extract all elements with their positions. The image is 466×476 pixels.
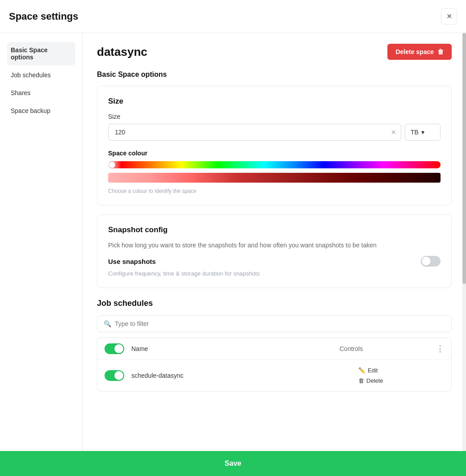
- table-header-row: Name Controls ⋮: [97, 338, 451, 360]
- more-options-icon[interactable]: ⋮: [436, 344, 444, 354]
- colour-rainbow-bar[interactable]: [108, 161, 441, 168]
- delete-label: Delete: [366, 377, 383, 384]
- clear-icon[interactable]: ✕: [391, 129, 396, 136]
- use-snapshots-toggle[interactable]: [421, 256, 441, 267]
- row-toggle[interactable]: [105, 370, 124, 381]
- snapshot-card: Snapshot config Pick how long you want t…: [97, 214, 452, 288]
- size-card-heading: Size: [108, 97, 441, 106]
- job-schedules-section: Job schedules 🔍 Name Controls ⋮: [97, 299, 452, 392]
- content-header: datasync Delete space 🗑: [97, 44, 452, 60]
- header: Space settings ✕: [0, 0, 466, 33]
- row-toggle-knob: [114, 371, 123, 380]
- colour-thumb[interactable]: [109, 162, 115, 168]
- save-bar[interactable]: Save: [0, 451, 466, 476]
- job-schedules-title: Job schedules: [97, 299, 452, 308]
- delete-icon: 🗑: [358, 377, 364, 384]
- size-field-label: Size: [108, 113, 441, 120]
- close-button[interactable]: ✕: [441, 8, 457, 25]
- size-input-wrapper: ✕: [108, 124, 401, 141]
- main-layout: Basic Space options Job schedules Shares…: [0, 33, 466, 451]
- close-icon: ✕: [446, 12, 452, 21]
- delete-space-button[interactable]: Delete space 🗑: [387, 44, 452, 60]
- snapshot-description: Pick how long you want to store the snap…: [108, 242, 441, 249]
- scrollbar-thumb[interactable]: [462, 33, 466, 284]
- search-icon: 🔍: [104, 320, 111, 327]
- edit-icon: ✏️: [358, 367, 365, 374]
- basic-space-options-title: Basic Space options: [97, 71, 452, 79]
- toggle-knob: [422, 257, 431, 266]
- use-snapshots-row: Use snapshots: [108, 256, 441, 267]
- job-schedules-table: Name Controls ⋮ schedule-datasync ✏️ Edi…: [97, 338, 452, 392]
- header-toggle-knob: [114, 344, 123, 353]
- sidebar-item-shares[interactable]: Shares: [7, 85, 75, 101]
- sidebar-item-space-backup[interactable]: Space backup: [7, 103, 75, 119]
- unit-label: TB: [411, 129, 419, 136]
- snapshot-card-heading: Snapshot config: [108, 225, 441, 234]
- trash-icon: 🗑: [437, 48, 444, 55]
- colour-slider-container: [108, 161, 441, 183]
- use-snapshots-label: Use snapshots: [108, 258, 156, 265]
- filter-input[interactable]: [115, 320, 445, 327]
- table-row: schedule-datasync ✏️ Edit 🗑 Delete: [97, 360, 451, 391]
- shade-bar[interactable]: [108, 173, 441, 183]
- colour-hint: Choose a colour to identify the space: [108, 188, 441, 194]
- edit-button[interactable]: ✏️ Edit: [355, 365, 381, 376]
- delete-space-label: Delete space: [395, 48, 434, 55]
- colour-label: Space colour: [108, 150, 441, 157]
- content-area: datasync Delete space 🗑 Basic Space opti…: [83, 33, 466, 451]
- size-card: Size Size ✕ TB ▾ Space colour C: [97, 86, 452, 205]
- page-title: Space settings: [9, 11, 78, 22]
- col-header-name: Name: [131, 345, 332, 352]
- configure-text: Configure frequency, time & storage dura…: [108, 270, 441, 277]
- row-controls: ✏️ Edit 🗑 Delete: [355, 365, 444, 386]
- scrollbar-track[interactable]: [462, 33, 466, 451]
- row-name: schedule-datasync: [131, 372, 348, 379]
- sidebar-item-basic-space-options[interactable]: Basic Space options: [7, 42, 75, 65]
- delete-button[interactable]: 🗑 Delete: [355, 376, 387, 386]
- unit-select[interactable]: TB ▾: [405, 124, 441, 141]
- header-toggle[interactable]: [105, 343, 124, 354]
- size-input-row: ✕ TB ▾: [108, 124, 441, 141]
- chevron-down-icon: ▾: [421, 129, 424, 136]
- space-name: datasync: [97, 45, 147, 59]
- filter-input-wrapper: 🔍: [97, 315, 452, 332]
- sidebar-item-job-schedules[interactable]: Job schedules: [7, 67, 75, 83]
- sidebar: Basic Space options Job schedules Shares…: [0, 33, 83, 451]
- col-header-controls: Controls: [340, 345, 429, 352]
- save-label: Save: [225, 459, 241, 468]
- edit-label: Edit: [368, 367, 378, 374]
- size-input[interactable]: [113, 124, 391, 140]
